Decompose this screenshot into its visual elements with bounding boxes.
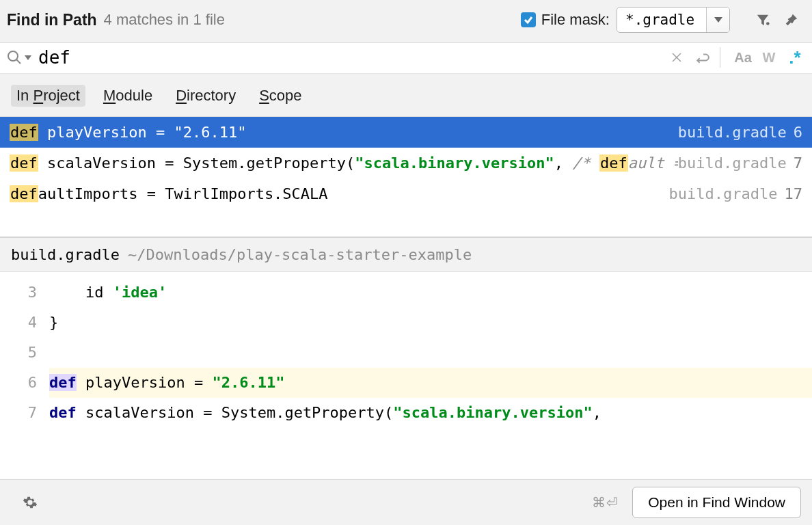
preview-editor[interactable]: 34567 id 'idea'}def playVersion = "2.6.1… xyxy=(0,272,812,479)
clear-icon[interactable] xyxy=(666,47,687,68)
match-case-toggle[interactable]: Aa xyxy=(733,47,753,68)
results-list: def playVersion = "2.6.11"build.gradle6d… xyxy=(0,117,812,209)
preview-path: ~/Downloads/play-scala-starter-example xyxy=(128,246,472,263)
dialog-title: Find in Path xyxy=(7,11,97,29)
scope-tabs: In Project Module Directory Scope xyxy=(0,74,812,117)
gear-icon[interactable] xyxy=(21,493,40,512)
open-in-find-window-button[interactable]: Open in Find Window xyxy=(632,487,801,518)
preview-file: build.gradle xyxy=(11,246,120,263)
search-row: Aa W .* xyxy=(0,43,812,74)
separator xyxy=(720,47,720,68)
filter-icon[interactable] xyxy=(753,10,772,29)
filemask-field[interactable] xyxy=(617,7,730,33)
bottom-bar: ⌘⏎ Open in Find Window xyxy=(0,479,812,525)
filemask-label: File mask: xyxy=(541,11,610,29)
filemask-dropdown[interactable] xyxy=(706,8,729,32)
code[interactable]: id 'idea'}def playVersion = "2.6.11"def … xyxy=(49,272,812,479)
svg-line-3 xyxy=(16,59,21,64)
tab-module[interactable]: Module xyxy=(98,85,158,107)
header: Find in Path 4 matches in 1 file File ma… xyxy=(0,0,812,43)
result-row[interactable]: def scalaVersion = System.getProperty("s… xyxy=(0,148,812,178)
svg-point-1 xyxy=(766,22,770,25)
filemask-checkbox[interactable] xyxy=(521,12,536,27)
search-input[interactable] xyxy=(38,47,661,68)
pin-icon[interactable] xyxy=(782,10,801,29)
result-row[interactable]: defaultImports = TwirlImports.SCALAbuild… xyxy=(0,178,812,209)
newline-icon[interactable] xyxy=(692,47,713,68)
gutter: 34567 xyxy=(0,272,49,479)
search-icon xyxy=(7,50,22,65)
svg-marker-0 xyxy=(714,17,722,23)
filemask-input[interactable] xyxy=(617,9,706,31)
svg-marker-4 xyxy=(25,55,31,60)
tab-directory[interactable]: Directory xyxy=(170,85,241,107)
shortcut-hint: ⌘⏎ xyxy=(592,494,619,511)
svg-point-2 xyxy=(8,51,18,61)
match-count: 4 matches in 1 file xyxy=(104,11,521,29)
chevron-down-icon xyxy=(25,55,31,60)
check-icon xyxy=(523,14,534,25)
search-history-dropdown[interactable] xyxy=(25,55,31,60)
tab-in-project[interactable]: In Project xyxy=(11,85,85,107)
whole-word-toggle[interactable]: W xyxy=(759,47,779,68)
preview-pane: build.gradle ~/Downloads/play-scala-star… xyxy=(0,237,812,479)
chevron-down-icon xyxy=(714,16,723,23)
preview-header: build.gradle ~/Downloads/play-scala-star… xyxy=(0,238,812,272)
result-row[interactable]: def playVersion = "2.6.11"build.gradle6 xyxy=(0,117,812,148)
tab-scope[interactable]: Scope xyxy=(254,85,307,107)
regex-toggle[interactable]: .* xyxy=(785,47,805,68)
